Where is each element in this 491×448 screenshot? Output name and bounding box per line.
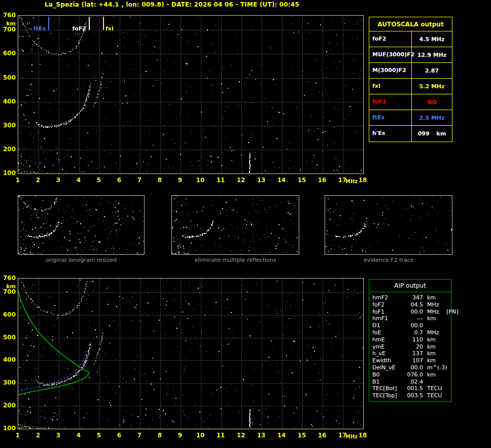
aip-label: h_vE [372,350,404,357]
aip-val: 003.5 [404,392,423,399]
aip-val: 00.0 [404,322,423,329]
y-tick-label: 300 [2,122,16,129]
aip-row: h_vE137km [369,350,451,357]
y-tick-label: 500 [2,334,16,341]
aip-row: hmE110km [369,336,451,343]
thumbnail-caption-f2: evidence F2 trace [325,257,452,263]
x-tick-label: 13 [255,177,267,184]
x-tick-label: 7 [133,177,146,184]
thumbnail-original-canvas [18,196,144,254]
y-tick-label: 760 [2,12,16,19]
aip-note [446,294,448,301]
aip-note [446,315,448,322]
aip-row: B102.4 [369,378,451,386]
x-tick-label: 1 [12,177,24,184]
param-value: 099km [412,126,452,142]
thumbnail-caption-cleaned: eliminate multiple reflections [171,257,299,263]
x-tick-label: 9 [174,432,186,439]
aip-row: DelN_vE00.0m^(-3) [369,364,451,371]
value-text: 2.5 MHz [419,115,445,121]
x-axis-unit-label: MHz [345,434,358,439]
aip-unit: TECU [423,385,446,392]
autoscala-row-M3000F2: M(3000)F2 2.87 [369,63,452,79]
autoscala-row-foF2: foF2 4.5 MHz [369,31,452,47]
aip-note [446,392,448,399]
x-tick-label: 6 [113,177,125,184]
aip-unit: km [423,343,446,351]
aip-val: 076.0 [404,371,423,378]
aip-label: foF1 [372,308,404,316]
x-tick-label: 14 [275,177,288,184]
aip-label: ymE [372,343,404,351]
aip-unit: km [423,357,446,364]
y-axis-unit-label: km [2,20,16,27]
aip-unit: m^(-3) [423,364,446,371]
aip-note [446,329,448,336]
y-tick-label: 300 [2,379,16,386]
aip-label: hmF1 [372,315,404,322]
x-tick-label: 10 [194,432,206,439]
x-tick-label: 5 [93,432,105,439]
aip-label: TEC[Top] [372,392,404,399]
thumbnail-caption-original: original ionogram resized [18,257,145,263]
param-label: M(3000)F2 [369,63,412,78]
param-label: foF2 [369,31,412,47]
param-value: 5.2 MHz [412,79,452,94]
aip-val: 02.4 [404,378,423,386]
x-tick-label: 18 [357,177,369,184]
aip-label: hmF2 [372,294,404,301]
thumbnail-original-ionogram [18,195,145,255]
ionogram-profile-canvas [18,279,363,429]
aip-unit: km [423,371,446,378]
x-tick-label: 8 [154,177,166,184]
value-text: NO [427,99,437,106]
x-tick-label: 4 [73,432,85,439]
thumbnail-cleaned-canvas [172,196,299,254]
aip-val: 20 [404,343,423,351]
aip-val: 00.0 [404,308,423,316]
aip-unit: MHz [423,301,446,308]
x-tick-label: 17 [336,177,348,184]
value-text: 099 [418,130,430,137]
x-tick-label: 9 [174,177,186,184]
value-text: 12.9 MHz [417,52,447,58]
param-label: MUF(3000)F2 [369,47,412,62]
x-axis-unit-label: MHz [345,179,358,184]
aip-row: hmF2347km [369,294,451,301]
param-label: foF1 [369,94,412,110]
aip-output-table: AIP output hmF2347kmfoF204.5MHzfoF100.0M… [369,279,451,402]
param-value: 2.87 [412,63,452,78]
aip-label: DelN_vE [372,364,404,371]
y-tick-label: 200 [2,402,16,409]
aip-row: ymE20km [369,343,451,351]
aip-note [446,322,448,329]
value-text: 4.5 MHz [419,36,445,43]
y-tick-label: 100 [2,425,16,432]
aip-unit [423,322,446,329]
param-value: 2.5 MHz [412,110,452,125]
aip-unit: km [423,294,446,301]
aip-unit: km [423,350,446,357]
aip-row: foE0.7MHz [369,329,451,336]
aip-row: D100.0 [369,322,451,329]
x-tick-label: 1 [12,432,24,439]
x-tick-label: 12 [235,177,247,184]
aip-row: hmF1---km [369,315,451,322]
aip-label: foE [372,329,404,336]
value-text: 5.2 MHz [419,83,445,90]
y-tick-label: 760 [2,274,16,282]
x-tick-label: 17 [336,432,348,439]
aip-val: 00.0 [404,364,423,371]
aip-val: 137 [404,350,423,357]
aip-note [446,378,448,386]
autoscala-table-header: AUTOSCALA output [369,17,452,31]
param-value: 12.9 MHz [412,47,452,62]
aip-label: B1 [372,378,404,386]
aip-unit: MHz [423,308,446,316]
aip-label: TEC[Bot] [372,385,404,392]
aip-note [446,357,448,364]
ionogram-main-plot [18,15,364,174]
x-tick-label: 11 [215,432,227,439]
y-tick-label: 700 [2,26,16,33]
x-tick-label: 7 [133,432,146,439]
